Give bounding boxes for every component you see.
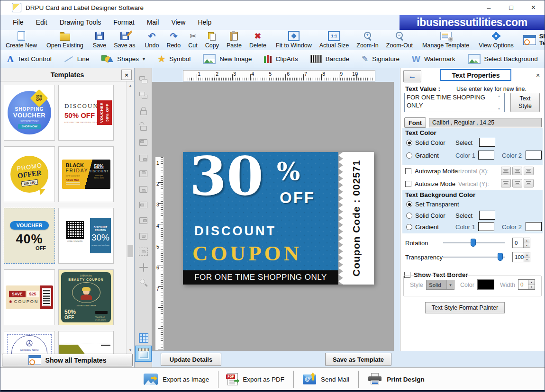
- menu-item-help[interactable]: Help: [191, 16, 218, 28]
- font-button[interactable]: Font: [404, 117, 426, 128]
- redo-button[interactable]: ↷Redo: [163, 30, 184, 50]
- textarea-scroll-up-icon[interactable]: ▲: [498, 95, 500, 98]
- save-as-button[interactable]: Save as: [110, 30, 139, 50]
- template-card-save-25-coupon[interactable]: SAVE $25 ✱ COUPON: [4, 269, 55, 325]
- coupon-design[interactable]: 30 % OFF DISCOUNT COUPON FOR ONE TIME SH…: [183, 152, 374, 285]
- bg-color2-swatch[interactable]: [526, 222, 542, 231]
- show-all-templates-button[interactable]: Show all Templates: [2, 354, 133, 366]
- lock-button[interactable]: [135, 103, 152, 119]
- template-card-discount-coupon-30[interactable]: CODE: 123456789 DISCOUNT COUPON 30% on y…: [58, 208, 114, 264]
- magnifier-button[interactable]: [135, 275, 152, 291]
- spin-down-icon[interactable]: ▼: [524, 243, 530, 248]
- symbol-button[interactable]: ★Symbol: [152, 50, 196, 68]
- templates-close-button[interactable]: ×: [121, 70, 132, 80]
- spin-down-icon[interactable]: ▼: [528, 285, 535, 290]
- bring-to-front-button[interactable]: [135, 72, 152, 88]
- menu-item-view[interactable]: View: [165, 16, 191, 28]
- template-card-shopping-voucher[interactable]: 30% OFF SHOPPING VOUCHER JUST FOR TODAY …: [4, 85, 55, 141]
- menu-item-drawing-tools[interactable]: Drawing Tools: [54, 16, 108, 28]
- menu-item-edit[interactable]: Edit: [30, 16, 54, 28]
- template-card-misc[interactable]: [58, 331, 114, 354]
- text-style-button[interactable]: Text Style: [510, 93, 540, 112]
- template-card-voucher-40-off[interactable]: VOUCHER 40% OFF: [4, 208, 55, 264]
- copy-button[interactable]: Copy: [201, 30, 223, 50]
- border-color-swatch[interactable]: [477, 279, 494, 290]
- spin-up-icon[interactable]: ▲: [524, 252, 530, 258]
- border-width-spinner[interactable]: 0 ▲▼: [518, 279, 535, 290]
- show-ruler-button[interactable]: [135, 346, 152, 362]
- maximize-button[interactable]: □: [500, 0, 522, 15]
- signature-button[interactable]: ✎Signature: [356, 50, 405, 68]
- template-card-promo-offer[interactable]: PROMO OFFER GIFT4U: [4, 146, 55, 202]
- create-new-button[interactable]: Create New: [2, 30, 41, 50]
- align-bottom-right-button[interactable]: [135, 150, 152, 166]
- unlock-button[interactable]: [135, 119, 152, 134]
- watermark-button[interactable]: WWatermark: [407, 50, 460, 68]
- spin-up-icon[interactable]: ▲: [528, 280, 535, 285]
- tc-select-swatch[interactable]: [479, 138, 495, 147]
- back-button[interactable]: ←: [403, 70, 421, 82]
- tc-solid-color-radio[interactable]: [406, 140, 412, 146]
- align-top-center-button[interactable]: [135, 166, 152, 181]
- fit-to-window-button[interactable]: Fit to Window: [272, 30, 316, 50]
- design-canvas[interactable]: 1 2 3 4 5 6 7 30 % OFF DISCOUNT COUPON: [152, 82, 394, 351]
- zoom-in-button[interactable]: +Zoom-In: [353, 30, 382, 50]
- bg-solid-color-radio[interactable]: [406, 213, 412, 219]
- spin-down-icon[interactable]: ▼: [524, 258, 530, 262]
- view-options-button[interactable]: View Options: [475, 30, 517, 50]
- bg-gradient-radio[interactable]: [406, 224, 412, 230]
- show-all-templates-toolbar-button[interactable]: Show all Templates: [519, 30, 545, 50]
- valign-bottom-button[interactable]: [524, 179, 534, 187]
- autowrap-checkbox[interactable]: [405, 168, 411, 174]
- border-style-dropdown[interactable]: Solid ▾: [426, 280, 454, 290]
- template-card-black-friday[interactable]: BLACK FRIDAY GIFT VOUCHER ABCD Mall 50% …: [58, 146, 114, 202]
- coupon-footer-text[interactable]: FOR ONE TIME SHOPPING ONLY: [183, 270, 338, 285]
- align-left-center-button[interactable]: [135, 197, 152, 213]
- bg-color1-swatch[interactable]: [478, 222, 494, 231]
- valign-middle-button[interactable]: [512, 179, 522, 187]
- transparency-slider-thumb[interactable]: [498, 253, 503, 261]
- save-as-template-button[interactable]: Save as Template: [325, 353, 391, 366]
- open-existing-button[interactable]: Open Existing: [43, 30, 87, 50]
- export-as-image-button[interactable]: Export as Image: [135, 370, 218, 389]
- template-card-company-name[interactable]: Company Name: [4, 331, 55, 354]
- templates-scrollbar[interactable]: ▲ ▼: [126, 81, 134, 354]
- menu-item-mail[interactable]: Mail: [141, 16, 165, 28]
- template-card-discount-50-off[interactable]: DISCOUNT 50% OFF FOR ONE TIME SHOPPING O…: [58, 85, 114, 141]
- tc-color1-swatch[interactable]: [478, 151, 494, 160]
- align-right-center-button[interactable]: [135, 213, 152, 228]
- minimize-button[interactable]: –: [478, 0, 500, 15]
- valign-top-button[interactable]: [501, 179, 511, 187]
- scroll-up-button[interactable]: ▲: [127, 81, 134, 89]
- halign-center-button[interactable]: [512, 167, 522, 175]
- export-as-pdf-button[interactable]: PDF Export as PDF: [218, 370, 293, 389]
- delete-button[interactable]: ✖Delete: [245, 30, 270, 50]
- cut-button[interactable]: ✂Cut: [184, 30, 201, 50]
- text-style-format-painter-button[interactable]: Text Style Format Painter: [425, 302, 505, 313]
- send-to-back-button[interactable]: [135, 88, 152, 103]
- show-grid-button[interactable]: [135, 330, 152, 346]
- move-object-button[interactable]: [135, 259, 152, 275]
- scrollbar-thumb[interactable]: [127, 245, 133, 257]
- new-image-button[interactable]: New Image: [198, 50, 257, 68]
- select-background-button[interactable]: Select Background: [463, 50, 543, 68]
- zoom-out-button[interactable]: −Zoom-Out: [382, 30, 417, 50]
- autosize-checkbox[interactable]: [405, 181, 411, 187]
- tc-color2-swatch[interactable]: [526, 151, 542, 160]
- spin-up-icon[interactable]: ▲: [524, 238, 530, 243]
- update-details-button[interactable]: Update Details: [161, 353, 221, 366]
- textarea-scroll-down-icon[interactable]: ▼: [498, 107, 500, 110]
- print-design-button[interactable]: Print Design: [359, 370, 434, 389]
- tc-gradient-radio[interactable]: [406, 152, 412, 159]
- halign-right-button[interactable]: [524, 167, 534, 175]
- line-button[interactable]: Line: [59, 50, 95, 68]
- actual-size-button[interactable]: 1:1Actual Size: [316, 30, 353, 50]
- scroll-down-button[interactable]: ▼: [127, 346, 134, 354]
- align-center-button[interactable]: [135, 228, 152, 244]
- align-top-left-button[interactable]: [135, 134, 152, 150]
- menu-item-format[interactable]: Format: [107, 16, 140, 28]
- bg-select-swatch[interactable]: [479, 211, 495, 220]
- panel-close-button[interactable]: ×: [534, 71, 542, 80]
- send-mail-button[interactable]: @ Send Mail: [294, 370, 358, 389]
- undo-button[interactable]: ↶Undo: [141, 30, 163, 50]
